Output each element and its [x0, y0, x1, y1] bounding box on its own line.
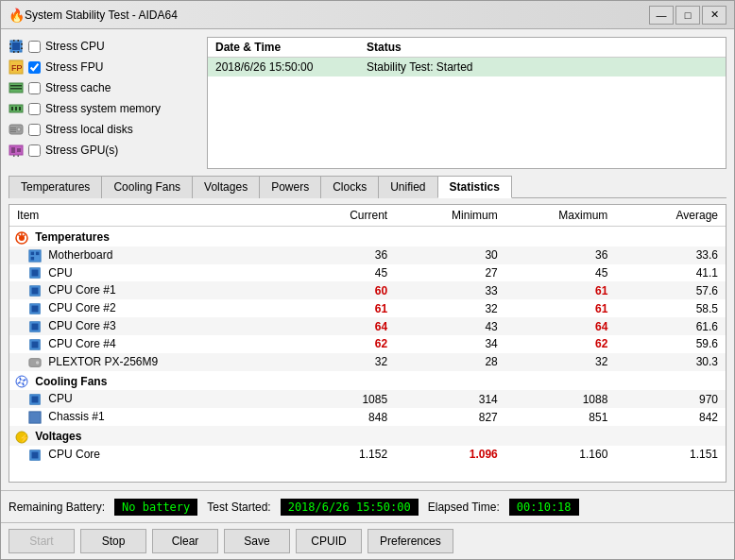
save-button[interactable]: Save — [224, 529, 290, 553]
minimize-button[interactable]: — — [649, 6, 674, 25]
stress-memory-label: Stress system memory — [45, 102, 161, 115]
cell-maximum: 851 — [505, 408, 616, 426]
cell-average: 30.3 — [615, 353, 726, 371]
svg-rect-7 — [9, 48, 11, 50]
svg-rect-43 — [32, 306, 39, 313]
battery-value: No battery — [114, 499, 197, 516]
table-row: Chassis #1 848 827 851 842 — [9, 408, 726, 426]
stop-button[interactable]: Stop — [80, 529, 146, 553]
table-row: CPU 45 27 45 41.1 — [9, 264, 726, 282]
cell-item: CPU — [9, 390, 285, 408]
cell-minimum: 34 — [395, 335, 505, 353]
svg-line-33 — [19, 234, 21, 236]
cpuid-button[interactable]: CPUID — [296, 529, 362, 553]
maximize-button[interactable]: □ — [675, 6, 700, 25]
cell-minimum: 827 — [395, 408, 505, 426]
cpu-row-icon — [28, 266, 42, 280]
cell-maximum: 45 — [505, 264, 616, 282]
log-header-datetime: Date & Time — [208, 38, 359, 57]
top-section: Stress CPU FP Stress FPU Stress cache St… — [9, 37, 726, 169]
main-window: 🔥 System Stability Test - AIDA64 — □ ✕ S… — [0, 0, 735, 560]
svg-rect-2 — [13, 40, 15, 42]
start-button[interactable]: Start — [9, 529, 75, 553]
cell-average: 59.6 — [615, 335, 726, 353]
clear-button[interactable]: Clear — [152, 529, 218, 553]
cell-current: 32 — [285, 353, 396, 371]
col-maximum: Maximum — [505, 205, 616, 227]
svg-rect-14 — [10, 88, 22, 90]
core4-icon — [28, 338, 42, 351]
cell-average: 33.6 — [615, 246, 726, 264]
stress-fpu-checkbox[interactable] — [28, 61, 41, 74]
test-started-label: Test Started: — [207, 501, 270, 514]
stress-cache-checkbox[interactable] — [28, 82, 41, 94]
stress-disks-checkbox[interactable] — [28, 124, 41, 136]
stress-item-memory: Stress system memory — [9, 99, 197, 118]
table-row: CPU Core #4 62 34 62 59.6 — [9, 335, 726, 353]
svg-rect-26 — [17, 148, 21, 152]
window-controls: — □ ✕ — [649, 6, 726, 25]
close-button[interactable]: ✕ — [702, 6, 726, 25]
log-status: Stability Test: Started — [359, 58, 726, 76]
tab-powers[interactable]: Powers — [259, 176, 321, 198]
svg-rect-58 — [32, 451, 39, 458]
stress-item-cache: Stress cache — [9, 78, 197, 97]
section-temperatures: Temperatures — [9, 227, 726, 246]
svg-rect-6 — [9, 43, 11, 45]
cell-item: CPU — [9, 264, 285, 282]
stress-cpu-checkbox[interactable] — [28, 41, 41, 53]
stress-cache-label: Stress cache — [45, 81, 111, 94]
elapsed-value: 00:10:18 — [509, 499, 579, 516]
cpu-icon — [9, 39, 24, 54]
stress-gpu-checkbox[interactable] — [28, 144, 41, 157]
table-header-row: Item Current Minimum Maximum Average — [9, 205, 726, 227]
cell-current: 62 — [285, 335, 396, 353]
svg-rect-21 — [10, 127, 16, 128]
cell-maximum: 32 — [505, 353, 616, 371]
tab-cooling-fans[interactable]: Cooling Fans — [101, 176, 193, 198]
svg-rect-4 — [13, 51, 15, 53]
cell-maximum: 62 — [505, 335, 616, 353]
fan-chassis-icon — [28, 411, 42, 424]
tab-clocks[interactable]: Clocks — [320, 176, 379, 198]
stress-disks-label: Stress local disks — [45, 123, 133, 136]
cell-average: 57.6 — [615, 281, 726, 299]
svg-rect-28 — [18, 155, 20, 157]
cell-average: 41.1 — [615, 264, 726, 282]
fan-cpu-icon — [28, 393, 42, 406]
cell-maximum: 1088 — [505, 390, 616, 408]
cache-icon — [9, 80, 24, 95]
table-row: CPU Core 1.152 1.096 1.160 1.151 — [9, 446, 726, 464]
svg-rect-16 — [11, 107, 13, 110]
title-bar: 🔥 System Stability Test - AIDA64 — □ ✕ — [1, 1, 734, 29]
table-row: Motherboard 36 30 36 33.6 — [9, 246, 726, 264]
cell-average: 58.5 — [615, 299, 726, 317]
fpu-icon: FP — [9, 59, 24, 75]
svg-rect-9 — [21, 48, 23, 50]
table-row: CPU 1085 314 1088 970 — [9, 390, 726, 408]
table-row: CPU Core #1 60 33 61 57.6 — [9, 281, 726, 299]
svg-rect-47 — [32, 341, 39, 348]
elapsed-label: Elapsed Time: — [428, 501, 500, 514]
tab-unified[interactable]: Unified — [378, 176, 437, 198]
svg-rect-53 — [32, 397, 39, 403]
stress-memory-checkbox[interactable] — [28, 103, 41, 115]
tab-voltages[interactable]: Voltages — [192, 176, 260, 198]
cell-current: 1.152 — [285, 446, 396, 464]
cell-item: CPU Core #1 — [9, 281, 285, 299]
svg-rect-27 — [13, 155, 15, 157]
data-panel: Item Current Minimum Maximum Average — [9, 204, 726, 483]
log-row: 2018/6/26 15:50:00 Stability Test: Start… — [208, 58, 726, 76]
cell-current: 61 — [285, 299, 396, 317]
cell-current: 60 — [285, 281, 396, 299]
section-temperatures-title: Temperatures — [9, 227, 726, 246]
cell-average: 842 — [615, 408, 726, 426]
stress-item-cpu: Stress CPU — [9, 37, 197, 56]
tab-statistics[interactable]: Statistics — [437, 176, 512, 198]
cell-minimum: 32 — [395, 299, 505, 317]
svg-point-51 — [20, 380, 24, 383]
tab-temperatures[interactable]: Temperatures — [9, 176, 102, 198]
svg-rect-41 — [32, 288, 39, 295]
table-row: CPU Core #2 61 32 61 58.5 — [9, 299, 726, 317]
preferences-button[interactable]: Preferences — [368, 529, 453, 553]
